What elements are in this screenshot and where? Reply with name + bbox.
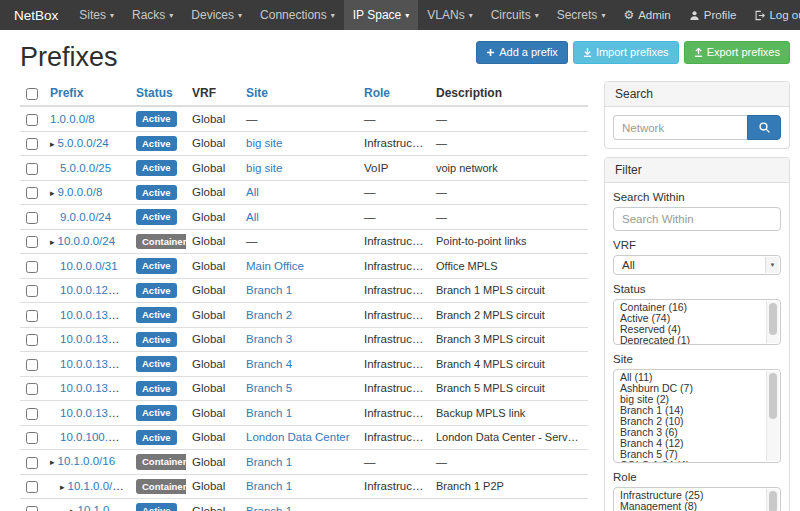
row-checkbox[interactable] [26, 310, 38, 322]
row-checkbox[interactable] [26, 187, 38, 199]
site-link[interactable]: Branch 1 [246, 284, 292, 296]
filter-option[interactable]: Branch 1 (14) [614, 405, 764, 416]
row-checkbox[interactable] [26, 285, 38, 297]
site-link[interactable]: big site [246, 137, 282, 149]
site-link[interactable]: Branch 1 [246, 456, 292, 468]
prefix-link[interactable]: 10.0.0.128/31 [60, 284, 130, 296]
scrollbar-thumb[interactable] [769, 303, 777, 335]
nav-item-ip-space[interactable]: IP Space▾ [344, 0, 419, 30]
filter-option[interactable]: big site (2) [614, 394, 764, 405]
nav-item-circuits[interactable]: Circuits▾ [482, 0, 548, 30]
expand-arrow-icon[interactable]: ▸ [50, 455, 55, 469]
filter-option[interactable]: Container (16) [614, 302, 764, 313]
prefix-link[interactable]: 9.0.0.0/24 [60, 211, 111, 223]
filter-option[interactable]: Branch 5 (7) [614, 449, 764, 460]
row-checkbox[interactable] [26, 212, 38, 224]
filter-option[interactable]: All (11) [614, 372, 764, 383]
prefix-link[interactable]: 10.0.100.0/24 [60, 431, 130, 443]
role-filter-listbox[interactable]: Infrastructure (25)Management (8)Private… [613, 487, 781, 511]
site-link[interactable]: big site [246, 162, 282, 174]
scrollbar[interactable] [766, 301, 779, 343]
nav-item-racks[interactable]: Racks▾ [123, 0, 182, 30]
scrollbar[interactable] [766, 489, 779, 511]
export-prefixes-button[interactable]: Export prefixes [684, 41, 790, 64]
filter-option[interactable]: Branch 2 (10) [614, 416, 764, 427]
filter-option[interactable]: Active (74) [614, 313, 764, 324]
add-prefix-button[interactable]: Add a prefix [476, 41, 568, 64]
profile-link[interactable]: Profile [680, 0, 746, 30]
prefix-link[interactable]: 5.0.0.0/25 [60, 162, 111, 174]
vrf-select[interactable]: All ▼ [613, 255, 781, 275]
filter-option[interactable]: Ashburn DC (7) [614, 383, 764, 394]
filter-option[interactable]: Deprecated (1) [614, 335, 764, 345]
filter-option[interactable]: Branch 3 (6) [614, 427, 764, 438]
nav-item-devices[interactable]: Devices▾ [182, 0, 251, 30]
import-prefixes-button[interactable]: Import prefixes [573, 41, 679, 64]
row-checkbox[interactable] [26, 383, 38, 395]
prefix-link[interactable]: 10.0.0.0/24 [58, 235, 116, 247]
site-link[interactable]: Branch 2 [246, 309, 292, 321]
row-checkbox[interactable] [26, 114, 38, 126]
row-checkbox[interactable] [26, 359, 38, 371]
site-link[interactable]: All [246, 211, 259, 223]
site-link[interactable]: Branch 1 [246, 480, 292, 492]
search-within-input[interactable] [613, 207, 781, 231]
row-checkbox[interactable] [26, 236, 38, 248]
filter-option[interactable]: Management (8) [614, 501, 764, 511]
site-link[interactable]: Branch 5 [246, 382, 292, 394]
row-checkbox[interactable] [26, 506, 38, 511]
search-input[interactable] [613, 115, 747, 140]
prefix-link[interactable]: 1.0.0.0/8 [50, 113, 95, 125]
site-filter-listbox[interactable]: All (11)Ashburn DC (7)big site (2)Branch… [613, 369, 781, 463]
row-checkbox[interactable] [26, 408, 38, 420]
row-checkbox[interactable] [26, 457, 38, 469]
expand-arrow-icon[interactable]: ▸ [50, 137, 55, 151]
prefix-link[interactable]: 9.0.0.0/8 [58, 186, 103, 198]
site-link[interactable]: All [246, 186, 259, 198]
scrollbar-thumb[interactable] [769, 373, 777, 419]
expand-arrow-icon[interactable]: ▸ [50, 235, 55, 249]
prefix-link[interactable]: 10.0.0.0/31 [60, 260, 118, 272]
prefix-link[interactable]: 10.1.0.0/24 [68, 480, 126, 492]
search-button[interactable] [747, 115, 781, 140]
expand-arrow-icon[interactable]: ▸ [70, 504, 75, 511]
column-header-prefix[interactable]: Prefix [50, 86, 83, 100]
prefix-link[interactable]: 10.0.0.130/31 [60, 309, 130, 321]
prefix-link[interactable]: 10.1.0.0/16 [58, 455, 116, 467]
site-link[interactable]: Branch 1 [246, 407, 292, 419]
scrollbar-thumb[interactable] [769, 491, 777, 511]
row-checkbox[interactable] [26, 334, 38, 346]
nav-item-sites[interactable]: Sites▾ [70, 0, 123, 30]
filter-option[interactable]: Reserved (4) [614, 324, 764, 335]
site-link[interactable]: Main Office [246, 260, 304, 272]
expand-arrow-icon[interactable]: ▸ [60, 480, 65, 494]
site-link[interactable]: Branch 1 [246, 505, 292, 511]
site-link[interactable]: Branch 4 [246, 358, 292, 370]
filter-option[interactable]: COLO 1-24 (4) [614, 460, 764, 463]
row-checkbox[interactable] [26, 138, 38, 150]
row-checkbox[interactable] [26, 163, 38, 175]
nav-item-vlans[interactable]: VLANs▾ [418, 0, 481, 30]
prefix-link[interactable]: 10.0.0.132/31 [60, 333, 130, 345]
nav-item-secrets[interactable]: Secrets▾ [548, 0, 615, 30]
select-all-checkbox[interactable] [26, 88, 38, 100]
admin-link[interactable]: ⚙ Admin [614, 0, 679, 30]
row-checkbox[interactable] [26, 432, 38, 444]
nav-item-connections[interactable]: Connections▾ [251, 0, 344, 30]
prefix-link[interactable]: 10.0.0.136/31 [60, 382, 130, 394]
brand-link[interactable]: NetBox [6, 0, 70, 30]
logout-link[interactable]: Log out [745, 0, 800, 30]
column-header-status[interactable]: Status [136, 86, 173, 100]
site-link[interactable]: Branch 3 [246, 333, 292, 345]
prefix-link[interactable]: 10.0.0.134/31 [60, 358, 130, 370]
site-link[interactable]: London Data Center [246, 431, 350, 443]
row-checkbox[interactable] [26, 261, 38, 273]
expand-arrow-icon[interactable]: ▸ [50, 186, 55, 200]
row-checkbox[interactable] [26, 481, 38, 493]
filter-option[interactable]: Infrastructure (25) [614, 490, 764, 501]
column-header-site[interactable]: Site [246, 86, 268, 100]
prefix-link[interactable]: 10.0.0.138/31 [60, 407, 130, 419]
filter-option[interactable]: Branch 4 (12) [614, 438, 764, 449]
prefix-link[interactable]: 5.0.0.0/24 [58, 137, 109, 149]
column-header-role[interactable]: Role [364, 86, 390, 100]
